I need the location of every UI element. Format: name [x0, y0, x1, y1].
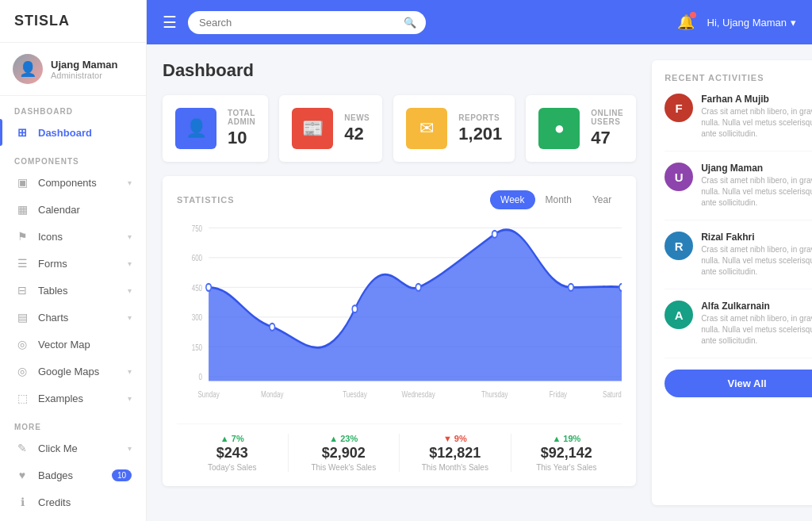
chevron-down-icon: ▾: [128, 232, 132, 241]
avatar: 👤: [13, 54, 43, 84]
stat-label-admin: TOTAL ADMIN: [228, 109, 255, 126]
stat-icon-news: 📰: [292, 108, 333, 149]
svg-text:Tuesday: Tuesday: [343, 389, 367, 400]
tables-icon: ⊟: [14, 284, 30, 297]
chevron-down-icon: ▾: [128, 444, 132, 453]
calendar-icon: ▦: [14, 203, 30, 216]
svg-text:300: 300: [192, 312, 203, 323]
trend-today: ▲ 7%: [185, 434, 280, 443]
stat-label-reports: REPORTS: [458, 113, 502, 122]
statistics-svg: 750 600 450 300 150 0: [177, 219, 622, 417]
stats-row: 👤 TOTAL ADMIN 10 📰 NEWS 42 ✉: [163, 95, 636, 162]
heart-icon: ♥: [14, 469, 30, 481]
stat-label-news: NEWS: [344, 113, 370, 122]
svg-text:Sunday: Sunday: [197, 389, 219, 400]
topbar: ☰ 🔍 🔔 Hi, Ujang Maman ▾: [147, 0, 812, 44]
chevron-down-icon: ▾: [128, 178, 132, 187]
trend-week: ▲ 23%: [297, 434, 392, 443]
svg-point-17: [569, 284, 573, 291]
sidebar-item-components[interactable]: ▣ Components ▾: [0, 169, 146, 196]
svg-text:750: 750: [192, 224, 203, 234]
search-area: 🔍: [188, 11, 426, 34]
icons-icon: ⚑: [14, 230, 30, 243]
stat-value-reports: 1,201: [458, 124, 502, 144]
activity-text-2: Cras sit amet nibh libero, in gravida nu…: [701, 244, 812, 278]
notification-bell[interactable]: 🔔: [677, 13, 695, 31]
sidebar-item-forms[interactable]: ☰ Forms ▾: [0, 250, 146, 277]
tab-week[interactable]: Week: [490, 190, 534, 209]
activity-avatar-1: U: [665, 163, 693, 191]
activity-avatar-3: A: [665, 301, 693, 329]
svg-text:Saturday: Saturday: [603, 389, 622, 400]
chart-header: STATISTICS Week Month Year: [177, 190, 622, 209]
svg-point-13: [270, 324, 274, 331]
topbar-right: 🔔 Hi, Ujang Maman ▾: [677, 13, 796, 31]
svg-text:Monday: Monday: [261, 389, 284, 400]
summary-row: ▲ 7% $243 Today's Sales ▲ 23% $2,902 Thi…: [177, 423, 622, 472]
topbar-greeting: Hi, Ujang Maman: [707, 17, 787, 29]
hamburger-button[interactable]: ☰: [163, 13, 177, 32]
svg-text:600: 600: [192, 253, 203, 263]
sidebar-dashboard-label: Dashboard: [38, 127, 132, 139]
topbar-user-menu[interactable]: Hi, Ujang Maman ▾: [707, 17, 796, 29]
svg-text:0: 0: [199, 372, 203, 382]
trend-month: ▼ 9%: [408, 434, 503, 443]
sidebar-item-googlemaps[interactable]: ◎ Google Maps ▾: [0, 358, 146, 385]
tab-year[interactable]: Year: [582, 190, 622, 209]
recent-title: RECENT ACTIVITIES: [665, 73, 812, 82]
activity-item-1: U Ujang Maman 12m Cras sit amet nibh lib…: [665, 163, 812, 220]
sidebar-item-credits[interactable]: ℹ Credits: [0, 488, 146, 515]
content-area: Dashboard 👤 TOTAL ADMIN 10 📰 NEWS 42: [147, 44, 812, 521]
sidebar-item-tables[interactable]: ⊟ Tables ▾: [0, 277, 146, 304]
dashboard-icon: ⊞: [14, 126, 30, 139]
activity-item-3: A Alfa Zulkarnain 21m Cras sit amet nibh…: [665, 301, 812, 358]
stat-card-total-admin: 👤 TOTAL ADMIN 10: [163, 95, 268, 162]
chart-area: 750 600 450 300 150 0: [177, 219, 622, 420]
sidebar-item-dashboard[interactable]: ⊞ Dashboard: [0, 119, 146, 146]
activity-avatar-0: F: [665, 94, 693, 122]
main-area: ☰ 🔍 🔔 Hi, Ujang Maman ▾ Dashboard 👤: [147, 0, 812, 521]
view-all-button[interactable]: View All: [665, 370, 812, 397]
sidebar-section-components: COMPONENTS: [0, 146, 146, 169]
pen-icon: ✎: [14, 442, 30, 454]
chevron-down-icon: ▾: [791, 17, 796, 29]
value-week: $2,902: [297, 445, 392, 462]
sidebar-item-calendar[interactable]: ▦ Calendar: [0, 196, 146, 223]
svg-text:Wednesday: Wednesday: [402, 389, 435, 400]
info-icon: ℹ: [14, 496, 30, 508]
tab-month[interactable]: Month: [535, 190, 582, 209]
sidebar-item-icons[interactable]: ⚑ Icons ▾: [0, 223, 146, 250]
charts-icon: ▤: [14, 311, 30, 324]
content-right: RECENT ACTIVITIES F Farhan A Mujib 5m Cr…: [652, 60, 812, 505]
label-year: This Year's Sales: [519, 463, 615, 472]
sidebar-item-examples[interactable]: ⬚ Examples ▾: [0, 385, 146, 412]
value-year: $92,142: [519, 445, 615, 462]
sidebar-item-charts[interactable]: ▤ Charts ▾: [0, 304, 146, 331]
label-today: Today's Sales: [185, 463, 280, 472]
googlemaps-icon: ◎: [14, 365, 30, 377]
sidebar-item-clickme[interactable]: ✎ Click Me ▾: [0, 435, 146, 462]
activity-name-1: Ujang Maman: [701, 163, 763, 174]
stat-value-online: 47: [591, 128, 623, 148]
chart-tabs: Week Month Year: [490, 190, 622, 209]
sidebar-item-vectormap[interactable]: ◎ Vector Map: [0, 331, 146, 358]
sidebar-item-badges[interactable]: ♥ Badges 10: [0, 462, 146, 488]
badge-count: 10: [112, 469, 132, 481]
svg-point-16: [492, 231, 497, 238]
sidebar-user-section: 👤 Ujang Maman Administrator: [0, 43, 146, 96]
svg-text:450: 450: [192, 283, 203, 293]
search-input[interactable]: [188, 11, 426, 34]
svg-point-14: [352, 305, 357, 312]
notification-dot: [690, 12, 696, 18]
label-month: This Month's Sales: [408, 463, 503, 472]
sidebar-username: Ujang Maman: [51, 59, 118, 71]
activity-item-0: F Farhan A Mujib 5m Cras sit amet nibh l…: [665, 94, 812, 151]
chevron-down-icon: ▾: [128, 286, 132, 295]
chevron-down-icon: ▾: [128, 394, 132, 403]
summary-week: ▲ 23% $2,902 This Week's Sales: [289, 434, 400, 472]
statistics-chart-card: STATISTICS Week Month Year: [163, 176, 636, 486]
stat-value-news: 42: [344, 124, 370, 144]
stat-label-online: ONLINE USERS: [591, 109, 623, 126]
svg-text:150: 150: [192, 343, 203, 353]
sidebar-section-dashboard: DASHBOARD: [0, 96, 146, 119]
